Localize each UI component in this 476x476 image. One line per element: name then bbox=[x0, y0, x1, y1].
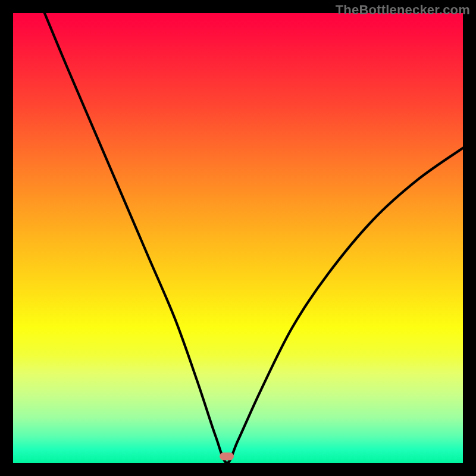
attribution-watermark: TheBottlenecker.com bbox=[336, 2, 470, 18]
bottleneck-curve bbox=[13, 13, 463, 463]
plot-area bbox=[13, 13, 463, 463]
optimum-marker bbox=[220, 452, 234, 460]
chart-root: TheBottlenecker.com bbox=[0, 0, 476, 476]
